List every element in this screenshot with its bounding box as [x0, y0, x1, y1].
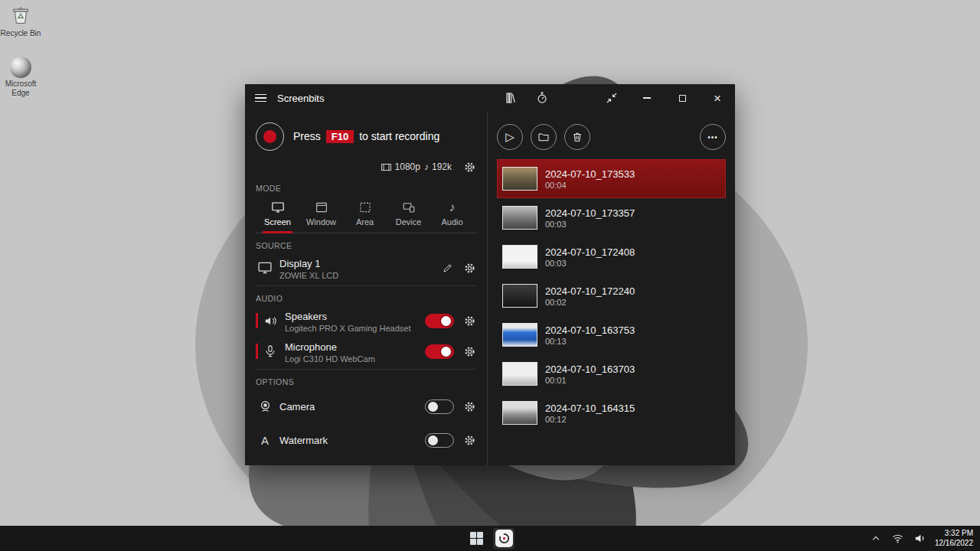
divider [256, 285, 476, 286]
area-icon [358, 201, 372, 214]
recording-name: 2024-07-10_164315 [545, 403, 635, 414]
recording-item[interactable]: 2024-07-10_163703 00:01 [497, 354, 726, 393]
microphone-icon [261, 344, 279, 358]
watermark-row[interactable]: A Watermark [256, 426, 476, 454]
tab-window-label: Window [306, 217, 336, 227]
encoder-settings-button[interactable] [463, 161, 476, 174]
watermark-icon: A [256, 434, 274, 447]
gear-icon [463, 400, 476, 413]
recording-item[interactable]: 2024-07-10_173357 00:03 [497, 198, 726, 237]
window-icon [315, 201, 328, 214]
recording-item[interactable]: 2024-07-10_164315 00:12 [497, 393, 726, 432]
library-icon [505, 91, 518, 105]
pencil-icon [442, 262, 454, 274]
recording-item[interactable]: 2024-07-10_163753 00:13 [497, 315, 726, 354]
minimize-icon [643, 97, 651, 98]
speakers-detail: Logitech PRO X Gaming Headset [285, 324, 425, 333]
more-options-button[interactable]: ••• [700, 124, 726, 150]
record-button[interactable] [256, 122, 284, 151]
speakers-toggle[interactable] [425, 314, 454, 328]
watermark-name: Watermark [279, 435, 328, 446]
speakers-level-meter [256, 313, 258, 328]
record-hint-press: Press [293, 130, 321, 142]
camera-settings-button[interactable] [463, 400, 476, 413]
recorder-panel: Press F10 to start recording 1080p ♪ [245, 112, 487, 465]
minimize-button[interactable] [629, 84, 665, 112]
window-title: Screenbits [277, 93, 324, 104]
recycle-bin-icon [9, 5, 32, 28]
tab-screen[interactable]: Screen [256, 196, 299, 233]
hotkey-badge: F10 [326, 130, 354, 143]
microsoft-edge-shortcut[interactable]: Microsoft Edge [0, 57, 41, 97]
microphone-row[interactable]: Microphone Logi C310 HD WebCam [256, 338, 476, 364]
chevron-up-icon [873, 536, 879, 542]
play-recording-button[interactable]: ▷ [497, 124, 523, 150]
clock-time: 3:32 PM [935, 529, 973, 539]
library-button[interactable] [496, 84, 527, 112]
watermark-settings-button[interactable] [463, 434, 476, 447]
windows-logo-icon [470, 532, 483, 545]
mode-tabs: Screen Window Area [256, 196, 476, 233]
tray-expand-button[interactable] [868, 528, 884, 549]
recording-thumbnail [502, 323, 537, 347]
tab-window[interactable]: Window [299, 196, 343, 233]
camera-toggle[interactable] [425, 399, 454, 414]
taskbar: 3:32 PM 12/16/2022 [0, 526, 980, 551]
source-display-row[interactable]: Display 1 ZOWIE XL LCD [256, 255, 476, 281]
hamburger-menu-button[interactable] [245, 84, 276, 112]
timer-button[interactable] [527, 84, 557, 112]
folder-icon [537, 131, 550, 143]
microphone-toggle[interactable] [425, 344, 454, 359]
tab-device-label: Device [396, 217, 422, 227]
recording-name: 2024-07-10_173533 [545, 168, 635, 180]
recording-item[interactable]: 2024-07-10_173533 00:04 [497, 159, 726, 198]
maximize-button[interactable] [665, 84, 700, 112]
delete-recording-button[interactable] [564, 124, 590, 150]
microphone-settings-button[interactable] [463, 345, 476, 358]
recording-name: 2024-07-10_172240 [545, 285, 635, 297]
speakers-settings-button[interactable] [463, 315, 476, 328]
recording-item[interactable]: 2024-07-10_172408 00:03 [497, 237, 726, 276]
taskbar-screenbits-button[interactable] [493, 528, 514, 549]
tab-audio-label: Audio [441, 217, 462, 227]
tab-device[interactable]: Device [387, 196, 430, 233]
gear-icon [463, 161, 476, 174]
watermark-toggle[interactable] [425, 433, 454, 448]
tab-area-label: Area [356, 217, 374, 227]
speaker-icon [261, 314, 279, 328]
network-icon [892, 533, 903, 544]
screen-icon [271, 201, 285, 214]
camera-row[interactable]: Camera [256, 393, 476, 420]
edit-source-button[interactable] [442, 262, 454, 274]
network-tray-button[interactable] [890, 528, 906, 549]
recording-duration: 00:03 [545, 220, 635, 229]
recording-name: 2024-07-10_172408 [545, 246, 635, 258]
recycle-bin-shortcut[interactable]: Recycle Bin [0, 5, 41, 38]
speakers-row[interactable]: Speakers Logitech PRO X Gaming Headset [256, 308, 476, 334]
recording-item[interactable]: 2024-07-10_172240 00:02 [497, 276, 726, 315]
tab-area[interactable]: Area [343, 196, 387, 233]
volume-tray-button[interactable] [913, 528, 928, 549]
play-icon: ▷ [505, 130, 514, 144]
taskbar-clock[interactable]: 3:32 PM 12/16/2022 [935, 528, 976, 549]
close-button[interactable]: × [700, 84, 735, 112]
toggle-knob [441, 347, 451, 357]
recording-thumbnail [502, 362, 537, 386]
record-hint-rest: to start recording [359, 130, 439, 142]
source-section-label: SOURCE [256, 241, 476, 250]
tab-audio[interactable]: ♪ Audio [430, 196, 474, 233]
video-quality[interactable]: 1080p [381, 161, 420, 173]
microphone-level-meter [256, 344, 258, 359]
device-icon [402, 201, 416, 214]
video-quality-value: 1080p [395, 161, 420, 172]
audio-bitrate[interactable]: ♪ 192k [424, 161, 452, 172]
compact-mode-button[interactable] [594, 84, 629, 112]
recording-duration: 00:13 [545, 337, 635, 346]
recording-name: 2024-07-10_163703 [545, 364, 635, 375]
speakers-name: Speakers [285, 311, 327, 322]
source-settings-button[interactable] [463, 262, 476, 275]
source-detail: ZOWIE XL LCD [279, 271, 442, 280]
screenbits-window: Screenbits [245, 84, 735, 465]
open-folder-button[interactable] [531, 124, 557, 150]
start-button[interactable] [466, 528, 487, 549]
